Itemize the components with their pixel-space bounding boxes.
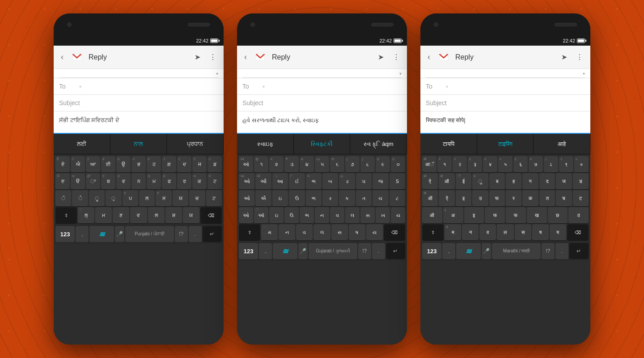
shift-key-3[interactable]: ⇧ bbox=[422, 224, 444, 240]
key-m-ज[interactable]: ज bbox=[556, 173, 572, 189]
key-g-ષ[interactable]: ષ bbox=[349, 224, 365, 240]
key-g-5[interactable]: ત્ર૫ bbox=[315, 156, 329, 172]
shift-key-2[interactable]: ⇧ bbox=[239, 224, 260, 240]
key-g-6[interactable]: %૬ bbox=[330, 156, 344, 172]
key-ੁ[interactable]: ੁ bbox=[106, 190, 121, 206]
key-m-0[interactable]: ०० bbox=[574, 156, 589, 172]
key-m-ु[interactable]: उु bbox=[472, 173, 488, 189]
key-m-ष[interactable]: ष bbox=[532, 224, 549, 240]
key-g-r14[interactable]: ઉ bbox=[284, 207, 299, 223]
key-g-r2[interactable]: ઐ bbox=[255, 190, 271, 206]
key-g-જ[interactable]: જ bbox=[373, 173, 388, 189]
mic-key-1[interactable]: 🎤 bbox=[115, 226, 125, 242]
period-key-3[interactable]: . bbox=[555, 243, 568, 259]
autocomplete-item-3-0[interactable]: टायपि bbox=[420, 134, 477, 154]
key-m-r3[interactable]: इ bbox=[456, 190, 471, 206]
key-m-6[interactable]: ६६ bbox=[513, 156, 528, 172]
key-m-r12[interactable]: एअ bbox=[443, 207, 463, 223]
key-g-r15[interactable]: ભ bbox=[300, 207, 314, 223]
key-m-क[interactable]: क bbox=[522, 190, 538, 206]
send-button-1[interactable]: ➤ bbox=[191, 49, 204, 65]
key-g-r4[interactable]: ઉ bbox=[289, 190, 305, 206]
body-field-2[interactable]: હવે સરળતાથી ટાઇપ કરો, સ્વાઇફ bbox=[237, 111, 407, 134]
key-ਟ2[interactable]: ਟ bbox=[206, 190, 222, 206]
key-g-r18[interactable]: લ bbox=[345, 207, 360, 223]
key-m-r2[interactable]: ऐ bbox=[439, 190, 454, 206]
key-ਫ[interactable]: ਫ਼ਫ bbox=[162, 173, 176, 189]
key-g-r9[interactable]: ચ bbox=[373, 190, 388, 206]
key-g-r11[interactable]: ઓ bbox=[239, 207, 253, 223]
key-g-ઔ[interactable]: ઐઔ bbox=[255, 173, 271, 189]
key-m-ख[interactable]: ख bbox=[527, 207, 547, 223]
key-੨[interactable]: ੨ਆ bbox=[86, 156, 100, 172]
key-g-વ[interactable]: વ bbox=[296, 224, 313, 240]
key-g-ણ[interactable]: ણઙ bbox=[339, 173, 355, 189]
key-ੇ[interactable]: ੇ bbox=[72, 190, 88, 206]
key-g-r3[interactable]: ઇ bbox=[272, 190, 288, 206]
exclaim-key-2[interactable]: !? bbox=[358, 243, 371, 259]
key-m-r4[interactable]: उ bbox=[472, 190, 488, 206]
key-m-4[interactable]: ४४ bbox=[483, 156, 497, 172]
key-ਯ2[interactable]: ਯ bbox=[183, 207, 199, 223]
key-m-ग[interactable]: ग bbox=[522, 173, 538, 189]
key-g-ન[interactable]: ન bbox=[279, 224, 295, 240]
key-m-य[interactable]: य bbox=[550, 224, 566, 240]
key-m-r1[interactable]: ओऒ bbox=[422, 190, 438, 206]
key-m-र[interactable]: फ bbox=[506, 207, 526, 223]
num-key-2[interactable]: 123 bbox=[239, 243, 258, 259]
key-g-r12[interactable]: ઁઑ bbox=[254, 207, 268, 223]
key-g-r20[interactable]: ખ bbox=[376, 207, 390, 223]
key-g-આ[interactable]: ાઆ bbox=[272, 173, 288, 189]
comma-key-2[interactable]: , bbox=[259, 243, 272, 259]
shift-key-1[interactable]: ⇧ bbox=[55, 207, 77, 223]
key-ਤ[interactable]: ਤਬ bbox=[101, 173, 115, 189]
key-ਪ[interactable]: ਫਪ bbox=[123, 190, 138, 206]
key-ੂ[interactable]: ੂ bbox=[89, 190, 105, 206]
key-ਮ[interactable]: ਙਮ bbox=[147, 173, 161, 189]
key-g-r21[interactable]: ય bbox=[391, 207, 405, 223]
key-m-व[interactable]: व bbox=[479, 224, 496, 240]
key-m-r14[interactable]: फ bbox=[485, 207, 505, 223]
autocomplete-item-1-0[interactable]: ਲਈ bbox=[54, 134, 110, 154]
key-੧[interactable]: ੧ਐ bbox=[71, 156, 85, 172]
period-key-2[interactable]: . bbox=[372, 243, 385, 259]
key-g-r8[interactable]: ત bbox=[356, 190, 372, 206]
key-m-8[interactable]: ८८ bbox=[544, 156, 558, 172]
key-m-r13[interactable]: इ bbox=[464, 207, 484, 223]
subject-field-3[interactable]: Subject bbox=[420, 95, 590, 111]
key-g-r16[interactable]: ન bbox=[315, 207, 329, 223]
send-button-2[interactable]: ➤ bbox=[374, 49, 387, 65]
key-m-ठ[interactable]: ठ bbox=[568, 207, 589, 223]
key-m-ऑ2[interactable]: ऒऑ bbox=[439, 173, 454, 189]
key-m-छ[interactable]: छ bbox=[548, 207, 568, 223]
more-button-1[interactable]: ⋮ bbox=[206, 49, 220, 65]
key-ਨ[interactable]: ਨ bbox=[131, 173, 146, 189]
key-g-ભ[interactable]: ભભ bbox=[306, 173, 322, 189]
key-g-2[interactable]: ૨૨ bbox=[269, 156, 284, 172]
send-button-3[interactable]: ➤ bbox=[558, 49, 571, 65]
key-g-3[interactable]: ₹૩ bbox=[284, 156, 299, 172]
key-g-ય[interactable]: ય bbox=[366, 224, 383, 240]
autocomplete-item-1-1[interactable]: ਨਾਲ bbox=[110, 134, 167, 154]
key-੮[interactable]: ੮ਦ bbox=[177, 156, 191, 172]
key-g-r5[interactable]: ભ bbox=[306, 190, 322, 206]
key-m-ट[interactable]: ट bbox=[573, 190, 589, 206]
key-ਰ[interactable]: ਰ bbox=[177, 173, 191, 189]
key-g-r1[interactable]: ઓ bbox=[239, 190, 254, 206]
key-m-ह[interactable]: ह bbox=[506, 173, 521, 189]
key-ਟ[interactable]: ਠਟ bbox=[208, 173, 222, 189]
key-g-r17[interactable]: વ bbox=[330, 207, 344, 223]
back-button-2[interactable]: ‹ bbox=[241, 49, 250, 65]
key-ਸ[interactable]: ਸ਼ਸ bbox=[156, 190, 171, 206]
key-੩[interactable]: ੩ਈ bbox=[101, 156, 115, 172]
key-m-1[interactable]: ११ bbox=[437, 156, 452, 172]
key-m-ई[interactable]: ीई bbox=[456, 173, 471, 189]
key-m-स[interactable]: स bbox=[515, 224, 531, 240]
key-ਏ[interactable]: ਓਏ bbox=[55, 156, 70, 172]
key-੯[interactable]: ੯ਜ bbox=[192, 156, 207, 172]
key-ੲ[interactable]: ਔੲ bbox=[55, 173, 70, 189]
body-field-3[interactable]: स्विफटकी सह सोपे| bbox=[420, 111, 590, 134]
autocomplete-item-3-1[interactable]: टाइपिंग bbox=[477, 134, 534, 154]
backspace-key-3[interactable]: ⌫ bbox=[567, 224, 589, 240]
key-m-r11[interactable]: ऒ bbox=[422, 207, 442, 223]
